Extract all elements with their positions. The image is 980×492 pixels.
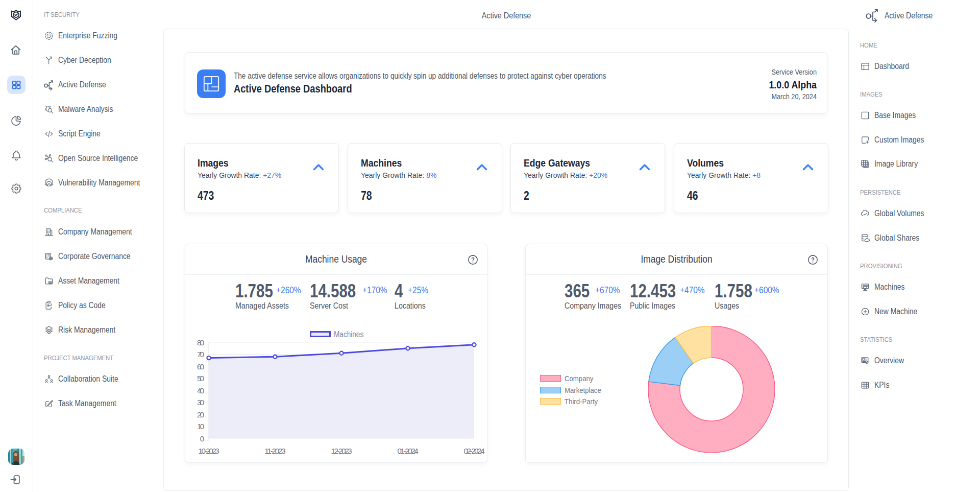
svg-text:40: 40 [197,386,204,395]
svg-text:11-2023: 11-2023 [265,447,286,455]
svg-text:80: 80 [197,338,204,347]
svg-text:30: 30 [197,398,204,407]
svg-text:50: 50 [197,374,204,383]
svg-text:01-2024: 01-2024 [398,447,419,455]
svg-text:02-2024: 02-2024 [464,447,485,455]
svg-text:10-2023: 10-2023 [199,447,219,455]
svg-text:20: 20 [197,410,204,419]
svg-text:70: 70 [197,350,204,359]
svg-text:0: 0 [200,434,204,443]
svg-text:10: 10 [197,422,204,431]
svg-text:60: 60 [197,362,204,371]
svg-text:12-2023: 12-2023 [331,447,352,455]
